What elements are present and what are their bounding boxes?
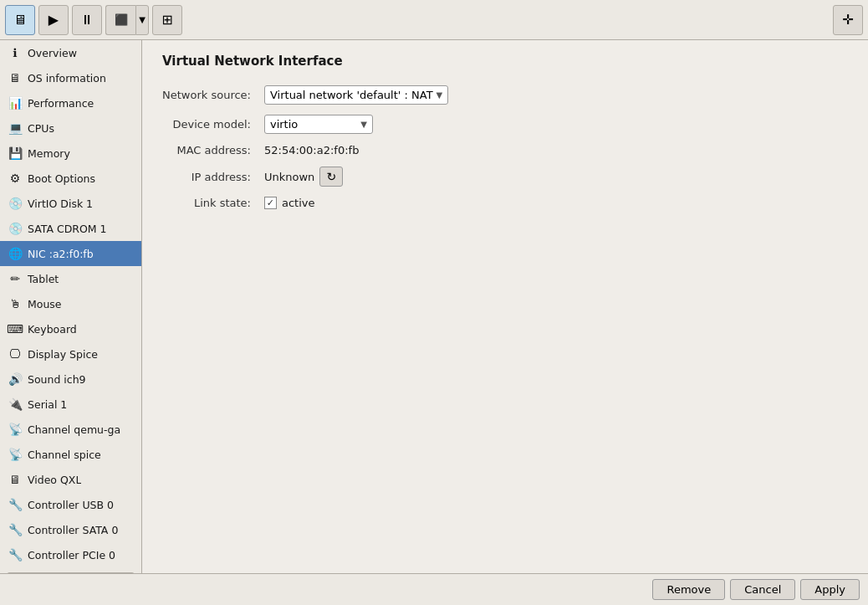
sidebar-item-video-qxl[interactable]: 🖥 Video QXL: [0, 467, 141, 492]
checkmark-icon: ✓: [267, 197, 274, 208]
sidebar-item-label: Tablet: [28, 273, 59, 285]
sidebar-item-virtio-disk[interactable]: 💿 VirtIO Disk 1: [0, 191, 141, 216]
performance-icon: 📊: [8, 95, 23, 110]
form-table: Network source: Virtual network 'default…: [162, 85, 580, 209]
content-panel: Virtual Network Interface Network source…: [142, 40, 868, 573]
crosshair-button[interactable]: ✛: [833, 5, 863, 35]
network-source-arrow-icon: ▼: [437, 90, 443, 100]
ip-address-label: IP address:: [162, 171, 254, 183]
device-model-value: virtio: [270, 118, 357, 131]
sidebar-item-label: Overview: [28, 47, 77, 59]
sidebar-item-memory[interactable]: 💾 Memory: [0, 141, 141, 166]
sidebar-item-display-spice[interactable]: 🖵 Display Spice: [0, 341, 141, 367]
sidebar-item-overview[interactable]: ℹ Overview: [0, 40, 141, 65]
overview-icon: ℹ: [8, 45, 23, 60]
sidebar-item-label: Keyboard: [28, 323, 77, 336]
run-button[interactable]: ▶: [38, 5, 69, 35]
toolbar-right: ✛: [833, 5, 863, 35]
apply-button[interactable]: Apply: [800, 579, 860, 600]
refresh-icon: ↻: [326, 170, 336, 183]
sidebar-item-mouse[interactable]: 🖱 Mouse: [0, 291, 141, 316]
device-model-field: virtio ▼: [264, 115, 580, 134]
page-title: Virtual Network Interface: [162, 54, 848, 69]
sidebar-item-nic[interactable]: 🌐 NIC :a2:f0:fb: [0, 241, 141, 266]
sidebar-item-label: Sound ich9: [28, 373, 86, 386]
controller-usb0-icon: 🔧: [8, 497, 23, 512]
cpus-icon: 💻: [8, 120, 23, 136]
sidebar: ℹ Overview 🖥 OS information 📊 Performanc…: [0, 40, 142, 573]
sidebar-item-label: Controller USB 0: [28, 499, 114, 511]
boot-options-icon: ⚙: [8, 171, 23, 186]
sidebar-item-label: OS information: [28, 72, 106, 85]
sidebar-item-channel-qemu-ga[interactable]: 📡 Channel qemu-ga: [0, 417, 141, 442]
remove-button[interactable]: Remove: [652, 579, 725, 600]
mac-address-value: 52:54:00:a2:f0:fb: [264, 144, 359, 156]
refresh-ip-button[interactable]: ↻: [319, 167, 343, 187]
network-source-value: Virtual network 'default' : NAT: [270, 89, 433, 101]
channel-qemu-ga-icon: 📡: [8, 422, 23, 437]
ip-address-value: Unknown: [264, 171, 314, 183]
serial1-icon: 🔌: [8, 397, 23, 412]
toolbar: 🖥 ▶ ⏸ ⬛ ▼ ⊞ ✛: [0, 0, 868, 40]
sidebar-item-sound-ich9[interactable]: 🔊 Sound ich9: [0, 367, 141, 392]
fullscreen-button[interactable]: ⊞: [152, 5, 182, 35]
monitor-icon: 🖥: [13, 12, 27, 28]
network-source-label: Network source:: [162, 89, 254, 101]
crosshair-icon: ✛: [842, 12, 853, 28]
sidebar-item-label: Memory: [28, 147, 70, 160]
sidebar-item-serial1[interactable]: 🔌 Serial 1: [0, 392, 141, 417]
sidebar-item-label: Channel spice: [28, 449, 101, 461]
sidebar-item-label: Controller SATA 0: [28, 524, 118, 536]
sidebar-item-label: Boot Options: [28, 172, 95, 185]
sidebar-item-boot-options[interactable]: ⚙ Boot Options: [0, 166, 141, 191]
video-qxl-icon: 🖥: [8, 472, 23, 487]
controller-pcie0-icon: 🔧: [8, 547, 23, 562]
sidebar-item-performance[interactable]: 📊 Performance: [0, 90, 141, 115]
screenshot-icon: ⬛: [115, 13, 128, 26]
link-state-checkbox-row: ✓ active: [264, 197, 315, 209]
network-source-field: Virtual network 'default' : NAT ▼: [264, 85, 580, 105]
ip-address-field: Unknown ↻: [264, 167, 580, 187]
sidebar-item-label: Mouse: [28, 298, 62, 310]
pause-button[interactable]: ⏸: [72, 5, 102, 35]
os-info-icon: 🖥: [8, 70, 23, 85]
monitor-button[interactable]: 🖥: [5, 5, 35, 35]
link-state-value: active: [282, 197, 315, 209]
sidebar-item-label: Serial 1: [28, 398, 67, 411]
fullscreen-icon: ⊞: [161, 12, 172, 28]
nic-icon: 🌐: [8, 246, 23, 261]
sidebar-item-label: NIC :a2:f0:fb: [28, 248, 94, 260]
sidebar-item-label: CPUs: [28, 122, 54, 135]
sidebar-item-label: Performance: [28, 97, 94, 110]
tablet-icon: ✏: [8, 271, 23, 286]
sidebar-item-controller-usb0[interactable]: 🔧 Controller USB 0: [0, 492, 141, 517]
main-area: ℹ Overview 🖥 OS information 📊 Performanc…: [0, 40, 868, 573]
sidebar-item-label: Video QXL: [28, 474, 81, 486]
link-state-checkbox[interactable]: ✓: [264, 197, 277, 209]
controller-sata0-icon: 🔧: [8, 522, 23, 537]
device-model-arrow-icon: ▼: [360, 120, 367, 129]
sidebar-item-controller-pcie0[interactable]: 🔧 Controller PCIe 0: [0, 542, 141, 567]
sidebar-item-label: SATA CDROM 1: [28, 223, 107, 235]
cancel-button[interactable]: Cancel: [730, 579, 795, 600]
sidebar-item-os-info[interactable]: 🖥 OS information: [0, 65, 141, 90]
sidebar-item-controller-sata0[interactable]: 🔧 Controller SATA 0: [0, 517, 141, 542]
sidebar-item-channel-spice[interactable]: 📡 Channel spice: [0, 442, 141, 467]
sound-ich9-icon: 🔊: [8, 372, 23, 387]
sidebar-item-sata-cdrom[interactable]: 💿 SATA CDROM 1: [0, 216, 141, 241]
sidebar-item-keyboard[interactable]: ⌨ Keyboard: [0, 316, 141, 341]
link-state-label: Link state:: [162, 197, 254, 209]
bottom-bar: Remove Cancel Apply: [0, 573, 868, 605]
sidebar-item-label: Channel qemu-ga: [28, 423, 120, 436]
network-source-select[interactable]: Virtual network 'default' : NAT ▼: [264, 85, 448, 105]
sidebar-item-tablet[interactable]: ✏ Tablet: [0, 266, 141, 291]
screenshot-arrow[interactable]: ▼: [135, 5, 149, 35]
sidebar-item-label: Controller PCIe 0: [28, 549, 115, 561]
sidebar-item-cpus[interactable]: 💻 CPUs: [0, 115, 141, 141]
screenshot-dropdown: ⬛ ▼: [105, 5, 149, 35]
device-model-select[interactable]: virtio ▼: [264, 115, 373, 134]
link-state-field: ✓ active: [264, 197, 580, 209]
screenshot-button[interactable]: ⬛: [105, 5, 135, 35]
sata-cdrom-icon: 💿: [8, 221, 23, 236]
virtio-disk-icon: 💿: [8, 196, 23, 211]
